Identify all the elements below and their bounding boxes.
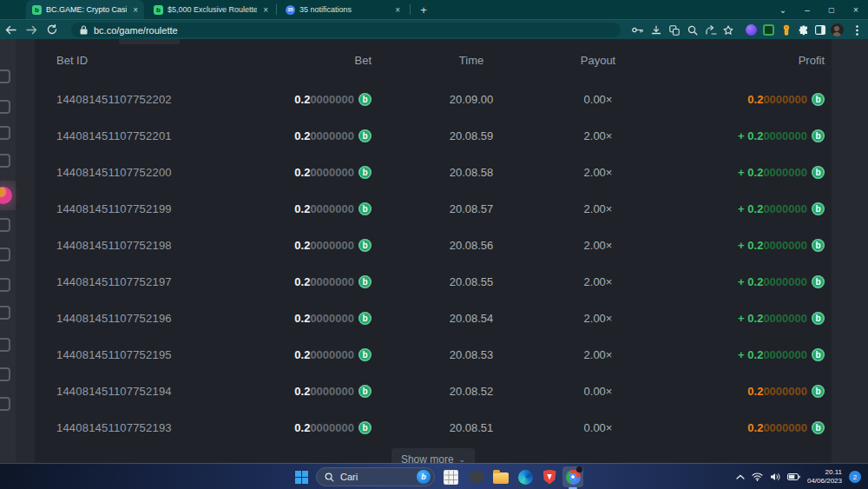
table-header: Bet ID Bet Time Payout Profit — [35, 39, 832, 81]
chevron-down-icon: ⌄ — [459, 455, 466, 463]
table-row[interactable]: 144081451107752197 0.20000000 b 20.08.55… — [35, 263, 832, 300]
puzzle-extensions-icon[interactable] — [795, 20, 812, 40]
bcgame-favicon-icon: b — [32, 5, 42, 15]
table-body: 144081451107752202 0.20000000 b 20.09.00… — [35, 81, 832, 446]
profile-avatar[interactable] — [828, 20, 845, 40]
sidebar-menu-icon[interactable] — [0, 126, 10, 140]
bets-table-card: Bet ID Bet Time Payout Profit 1440814511… — [35, 39, 832, 463]
tab-notifications[interactable]: 35 35 notifications × — [279, 0, 406, 19]
bcd-coin-icon: b — [358, 275, 372, 288]
bcgame-favicon-icon: b — [154, 5, 163, 15]
taskbar-file-explorer[interactable] — [490, 466, 511, 487]
browser-tab-strip: b BC.GAME: Crypto Casino Games × b $5,00… — [0, 0, 868, 19]
show-more-button[interactable]: Show more ⌄ — [391, 448, 475, 463]
payout-cell: 2.00× — [571, 275, 625, 288]
table-row[interactable]: 144081451107752199 0.20000000 b 20.08.57… — [35, 190, 832, 227]
tab-title: 35 notifications — [299, 5, 389, 14]
taskbar-chrome[interactable] — [562, 466, 583, 487]
battery-icon[interactable] — [787, 473, 800, 480]
bet-amount-cell: 0.20000000 b — [302, 166, 372, 179]
share-icon[interactable] — [702, 20, 720, 40]
window-menu-chevron-icon[interactable]: ⌄ — [771, 0, 795, 19]
green-extension-icon[interactable] — [760, 20, 777, 40]
bcd-coin-icon: b — [358, 166, 372, 179]
tab-bcgame[interactable]: b BC.GAME: Crypto Casino Games × — [26, 0, 144, 19]
new-tab-button[interactable]: + — [417, 3, 431, 17]
time-cell: 20.08.53 — [372, 348, 571, 361]
table-row[interactable]: 144081451107752196 0.20000000 b 20.08.54… — [35, 300, 832, 336]
window-close-button[interactable]: × — [844, 0, 868, 19]
tab-close-icon[interactable]: × — [133, 5, 138, 15]
tab-close-icon[interactable]: × — [395, 5, 400, 15]
bcd-coin-icon: b — [812, 421, 825, 434]
tab-roulette-promo[interactable]: b $5,000 Exclusive Roulette Prestig × — [148, 0, 274, 19]
sidebar-menu-icon[interactable] — [0, 218, 10, 232]
taskbar-edge[interactable] — [515, 466, 536, 487]
tray-chevron-up-icon[interactable] — [736, 474, 745, 479]
window-maximize-button[interactable]: ▢ — [819, 0, 844, 19]
show-more-label: Show more — [401, 453, 454, 463]
time-cell: 20.08.52 — [372, 385, 571, 398]
sidebar-menu-icon[interactable] — [0, 154, 10, 168]
table-row[interactable]: 144081451107752193 0.20000000 b 20.08.51… — [35, 409, 832, 446]
tab-separator — [410, 4, 411, 15]
sidebar-menu-icon[interactable] — [0, 278, 10, 292]
game-sidebar — [0, 39, 16, 463]
bet-id-cell: 144081451107752198 — [56, 239, 302, 252]
notification-count-badge[interactable]: 2 — [849, 471, 861, 483]
col-header-time: Time — [372, 54, 571, 67]
system-tray: 20.11 04/06/2023 2 — [736, 464, 868, 489]
zoom-search-icon[interactable] — [684, 20, 701, 40]
bet-id-cell: 144081451107752194 — [56, 385, 302, 398]
table-row[interactable]: 144081451107752201 0.20000000 b 20.08.59… — [35, 117, 832, 154]
taskbar-app-unity[interactable] — [466, 466, 487, 487]
payout-cell: 2.00× — [571, 348, 625, 361]
search-placeholder: Cari — [340, 472, 411, 482]
reload-icon[interactable] — [42, 20, 62, 40]
bet-id-cell: 144081451107752193 — [56, 421, 302, 434]
taskbar-clock[interactable]: 20.11 04/06/2023 — [807, 468, 842, 486]
key-icon[interactable] — [628, 20, 646, 40]
sidebar-menu-icon[interactable] — [0, 367, 10, 381]
side-panel-icon[interactable] — [812, 20, 829, 40]
bet-amount-cell: 0.20000000 b — [302, 93, 372, 106]
payout-cell: 2.00× — [571, 239, 625, 252]
profit-cell: + 0.20000000 b — [625, 129, 825, 142]
sidebar-menu-icon[interactable] — [0, 100, 10, 114]
orange-extension-icon[interactable] — [778, 20, 795, 40]
table-row[interactable]: 144081451107752195 0.20000000 b 20.08.53… — [35, 336, 832, 373]
start-button[interactable] — [291, 466, 312, 487]
payout-cell: 2.00× — [571, 166, 625, 179]
bcd-coin-icon: b — [358, 129, 372, 142]
table-row[interactable]: 144081451107752202 0.20000000 b 20.09.00… — [35, 81, 832, 117]
speaker-icon[interactable] — [770, 472, 780, 481]
sidebar-menu-icon[interactable] — [0, 338, 10, 352]
forward-icon[interactable] — [21, 20, 42, 40]
sidebar-menu-icon[interactable] — [0, 248, 10, 261]
address-bar[interactable]: bc.co/game/roulette — [71, 23, 621, 37]
col-header-bet: Bet — [302, 54, 372, 67]
install-download-icon[interactable] — [648, 20, 665, 40]
table-row[interactable]: 144081451107752200 0.20000000 b 20.08.58… — [35, 154, 832, 190]
bet-id-cell: 144081451107752196 — [56, 312, 302, 325]
table-row[interactable]: 144081451107752194 0.20000000 b 20.08.52… — [35, 373, 832, 409]
tab-close-icon[interactable]: × — [263, 5, 268, 15]
translate-icon[interactable] — [666, 20, 683, 40]
menu-dots-icon[interactable] — [848, 20, 865, 40]
window-minimize-button[interactable]: – — [795, 0, 819, 19]
lock-icon — [80, 25, 88, 35]
purple-extension-icon[interactable] — [742, 20, 760, 40]
taskbar-app-grid[interactable] — [440, 466, 461, 487]
taskbar-brave[interactable] — [539, 466, 560, 487]
bookmark-star-icon[interactable] — [720, 20, 737, 40]
sidebar-menu-icon[interactable] — [0, 306, 10, 320]
chrome-notification-dot — [576, 466, 582, 472]
table-row[interactable]: 144081451107752198 0.20000000 b 20.08.56… — [35, 227, 832, 263]
wifi-icon[interactable] — [752, 472, 763, 481]
sidebar-menu-icon[interactable] — [0, 397, 10, 411]
taskbar-search-box[interactable]: Cari b — [316, 467, 435, 486]
back-icon[interactable] — [0, 20, 21, 40]
unity-icon — [470, 470, 483, 484]
sidebar-menu-icon[interactable] — [0, 69, 10, 83]
bcd-coin-icon: b — [358, 239, 372, 252]
